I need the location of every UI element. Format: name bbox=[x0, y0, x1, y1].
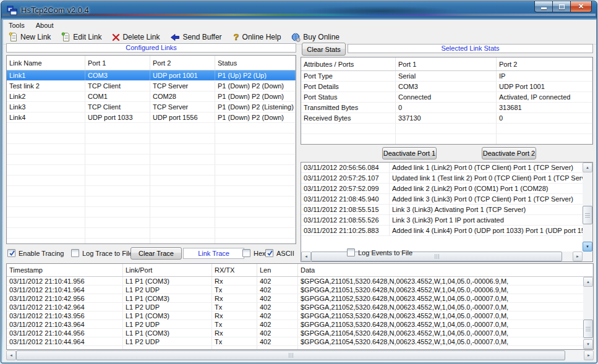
event-log-row[interactable]: 03/11/2012 21:08:55.526Link 3 (Link3) Po… bbox=[301, 215, 592, 226]
event-log-row[interactable]: 03/11/2012 20:56:56.084Added link 1 (Lin… bbox=[301, 163, 592, 173]
column-header[interactable]: Len bbox=[257, 264, 298, 276]
trace-table[interactable]: TimestampLink/PortRX/TXLenData 03/11/201… bbox=[6, 263, 594, 350]
link-stat-row[interactable]: Port DetailsCOM3UDP Port 1001 bbox=[301, 82, 592, 92]
scroll-thumb[interactable] bbox=[16, 350, 565, 360]
empty-row bbox=[7, 154, 296, 165]
event-log-body: 03/11/2012 20:56:56.084Added link 1 (Lin… bbox=[301, 163, 592, 236]
column-header[interactable]: Port 1 bbox=[85, 56, 150, 70]
window-title: HsTcp2Com v2.0.4 bbox=[21, 6, 89, 15]
menu-tools[interactable]: Tools bbox=[3, 20, 30, 30]
cell: Received Bytes bbox=[301, 113, 396, 123]
link-stat-row[interactable]: Port TypeSerialIP bbox=[301, 71, 592, 82]
scroll-down-button[interactable]: ▼ bbox=[583, 242, 592, 252]
column-header[interactable]: Timestamp bbox=[7, 264, 123, 276]
delete-link-button[interactable]: Delete Link bbox=[111, 32, 161, 42]
cell bbox=[497, 124, 592, 133]
checkbox-box[interactable] bbox=[7, 249, 15, 257]
trace-row[interactable]: 03/11/2012 21:10:43.956L1 P1 (COM3)Rx402… bbox=[7, 311, 593, 320]
cell: 03/11/2012 21:10:25.883 bbox=[301, 226, 390, 235]
edit-link-icon bbox=[61, 32, 70, 42]
link-stat-row[interactable]: Port StatusConnectedActivated, IP connec… bbox=[301, 92, 592, 103]
link-stat-row[interactable]: Received Bytes3371300 bbox=[301, 113, 592, 124]
hex-checkbox[interactable]: Hex bbox=[242, 249, 266, 257]
column-header[interactable]: Port 2 bbox=[150, 56, 215, 70]
configured-link-row[interactable]: Link4UDP port 1033UDP port 1556P1 (Down)… bbox=[7, 112, 296, 123]
link-stat-row[interactable]: Transmitted Bytes0313681 bbox=[301, 103, 592, 113]
configured-link-row[interactable]: Link3TCP ClientTCP ServerP1 (Down) P2 (L… bbox=[7, 102, 296, 112]
cell: P1 (Up) P2 (Up) bbox=[215, 70, 296, 80]
event-log-row[interactable]: 03/11/2012 21:08:45.940Added link 3 (Lin… bbox=[301, 194, 592, 205]
clear-trace-button[interactable]: Clear Trace bbox=[130, 247, 182, 260]
maximize-button[interactable] bbox=[552, 1, 570, 12]
trace-row[interactable]: 03/11/2012 21:10:41.956L1 P1 (COM3)Rx402… bbox=[7, 277, 593, 286]
checkbox-box[interactable] bbox=[71, 249, 79, 257]
log-trace-to-file-checkbox[interactable]: Log Trace to File bbox=[71, 249, 133, 257]
menu-about[interactable]: About bbox=[30, 20, 59, 30]
clear-stats-button[interactable]: Clear Stats bbox=[302, 43, 346, 56]
trace-row[interactable]: 03/11/2012 21:10:44.956L1 P1 (COM3)Rx402… bbox=[7, 329, 593, 337]
ascii-checkbox[interactable]: ASCII bbox=[265, 249, 294, 257]
event-log-row[interactable]: 03/11/2012 21:10:25.883Added link 4 (Lin… bbox=[301, 226, 592, 236]
thumb-grip-icon bbox=[586, 327, 591, 331]
configured-link-row[interactable]: Link2COM1COM28P1 (Down) P2 (Down) bbox=[7, 91, 296, 102]
new-link-button[interactable]: New Link bbox=[7, 32, 52, 43]
scroll-thumb[interactable] bbox=[583, 320, 593, 338]
trace-row[interactable]: 03/11/2012 21:10:42.956L1 P1 (COM3)Rx402… bbox=[7, 294, 593, 303]
scroll-left-button[interactable]: ◄ bbox=[301, 252, 311, 261]
event-log-row[interactable]: 03/11/2012 20:57:25.107Updated link 1 (T… bbox=[301, 173, 592, 184]
column-header[interactable]: Attributes / Ports bbox=[301, 57, 396, 70]
checkbox-box[interactable] bbox=[347, 248, 355, 256]
column-header[interactable]: Port 1 bbox=[396, 57, 497, 70]
trace-row[interactable]: 03/11/2012 21:10:43.964L1 P2 UDPTx402$GP… bbox=[7, 320, 593, 329]
event-log-row[interactable]: 03/11/2012 20:57:52.099Added link 2 (Lin… bbox=[301, 184, 592, 194]
cell bbox=[215, 176, 296, 185]
cell: P1 (Down) P2 (Listening) bbox=[215, 102, 296, 112]
cell: $GPGGA,211052,5320.6428,N,00623.4552,W,1… bbox=[298, 303, 593, 311]
title-bar[interactable]: HsTcp2Com v2.0.4 ✕ bbox=[1, 1, 597, 20]
configured-links-table[interactable]: Link NamePort 1Port 2Status Link1COM3UDP… bbox=[6, 55, 296, 244]
checkbox-box[interactable] bbox=[265, 249, 273, 257]
trace-table-hscrollbar[interactable]: ◄ ► bbox=[6, 350, 594, 360]
scroll-up-button[interactable]: ▲ bbox=[583, 277, 593, 287]
event-log-row[interactable]: 03/11/2012 21:08:55.515Link 3 (Link3) Ac… bbox=[301, 205, 592, 215]
scroll-left-button[interactable]: ◄ bbox=[6, 350, 16, 360]
scroll-right-button[interactable]: ► bbox=[573, 252, 583, 261]
scroll-thumb[interactable] bbox=[583, 206, 592, 224]
buy-online-button[interactable]: Buy Online bbox=[290, 32, 341, 43]
scroll-right-button[interactable]: ► bbox=[584, 350, 594, 360]
online-help-button[interactable]: ?Online Help bbox=[231, 32, 283, 43]
column-header[interactable]: Port 2 bbox=[497, 57, 592, 70]
scroll-up-button[interactable]: ▲ bbox=[583, 163, 592, 172]
column-header[interactable]: Data bbox=[298, 264, 593, 276]
log-events-to-file-checkbox[interactable]: Log Events to File bbox=[347, 248, 412, 256]
checkbox-label: Log Events to File bbox=[358, 249, 412, 256]
configured-link-row[interactable]: Link1COM3UDP port 1001P1 (Up) P2 (Up) bbox=[7, 70, 296, 81]
scroll-down-button[interactable]: ▼ bbox=[583, 339, 593, 349]
column-header[interactable]: Status bbox=[215, 56, 296, 70]
trace-row[interactable]: 03/11/2012 21:10:42.964L1 P2 UDPTx402$GP… bbox=[7, 303, 593, 311]
enable-tracing-checkbox[interactable]: Enable Tracing bbox=[7, 249, 64, 257]
deactivate-port1-button[interactable]: Deactivate Port 1 bbox=[382, 147, 437, 159]
cell: Added link 4 (Link4) Port 0 (UDP port 10… bbox=[390, 226, 592, 235]
cell bbox=[150, 228, 215, 238]
checkbox-box[interactable] bbox=[242, 249, 250, 257]
send-buffer-button[interactable]: Send Buffer bbox=[169, 32, 223, 42]
close-button[interactable]: ✕ bbox=[570, 1, 592, 12]
cell bbox=[123, 346, 212, 350]
edit-link-button[interactable]: Edit Link bbox=[60, 32, 103, 43]
deactivate-port2-button[interactable]: Deactivate Port 2 bbox=[482, 147, 536, 159]
cell: 03/11/2012 21:08:55.515 bbox=[301, 205, 390, 214]
trace-row[interactable]: 03/11/2012 21:10:41.964L1 P2 UDPTx402$GP… bbox=[7, 286, 593, 294]
column-header[interactable]: Link Name bbox=[7, 56, 85, 70]
cell bbox=[85, 165, 150, 175]
cell: UDP port 1556 bbox=[150, 112, 215, 122]
trace-row[interactable]: 03/11/2012 21:10:44.964L1 P2 UDPTx402$GP… bbox=[7, 337, 593, 346]
event-log-vscrollbar[interactable]: ▲ ▼ bbox=[583, 163, 592, 252]
column-header[interactable]: Link/Port bbox=[123, 264, 212, 276]
configured-link-row[interactable]: Test link 2TCP ClientTCP ServerP1 (Down)… bbox=[7, 81, 296, 91]
event-log[interactable]: 03/11/2012 20:56:56.084Added link 1 (Lin… bbox=[301, 162, 593, 262]
trace-table-vscrollbar[interactable]: ▲ ▼ bbox=[583, 277, 593, 349]
event-log-hscrollbar[interactable]: ◄ ► bbox=[301, 252, 583, 261]
column-header[interactable]: RX/TX bbox=[212, 264, 257, 276]
minimize-button[interactable] bbox=[534, 1, 552, 12]
